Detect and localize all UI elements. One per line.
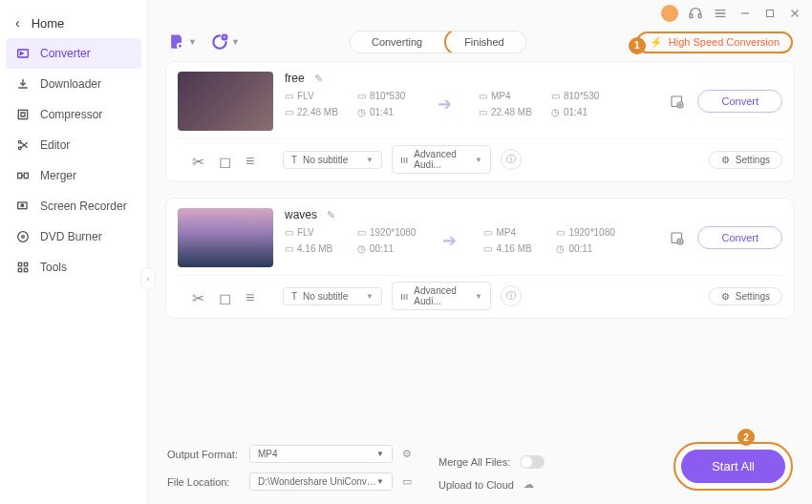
item-settings-button[interactable]: ⚙Settings [709,287,782,305]
sidebar-item-converter[interactable]: Converter [6,38,141,69]
sidebar-item-screen-recorder[interactable]: Screen Recorder [0,191,147,221]
svg-point-8 [18,232,29,242]
minimize-icon[interactable] [737,6,753,21]
convert-button[interactable]: Convert [697,90,782,113]
edit-title-icon[interactable]: ✎ [314,73,323,85]
video-thumbnail[interactable] [178,208,273,267]
sidebar-item-downloader[interactable]: Downloader [0,69,147,99]
back-icon: ‹ [15,15,20,31]
video-icon: ▭ [285,91,293,101]
subtitle-icon: T [291,291,297,302]
item-title: waves [285,208,317,221]
conversion-list: free ✎ ▭FLV ▭22.48 MB ▭810*530 ◷01:41 ➔ [148,61,812,432]
sidebar-item-label: Merger [40,169,76,182]
svg-point-23 [677,239,683,244]
grid-icon [15,260,31,275]
sidebar-item-dvd-burner[interactable]: DVD Burner [0,221,147,252]
svg-rect-16 [767,10,774,17]
subtitle-select[interactable]: TNo subtitle▼ [283,287,382,305]
svg-rect-4 [18,173,22,178]
effects-icon[interactable]: ≡ [246,289,259,303]
trim-icon[interactable]: ✂ [192,289,205,303]
status-tabs: Converting Finished 3 [350,31,526,53]
info-icon[interactable]: ⓘ [501,149,522,170]
sidebar-item-merger[interactable]: Merger [0,160,147,191]
bolt-icon: ⚡ [650,36,663,49]
conversion-item: waves ✎ ▭FLV ▭4.16 MB ▭1920*1080 ◷00:11 … [165,198,795,319]
download-icon [15,76,31,92]
item-title: free [285,72,305,85]
dst-size: 22.48 MB [491,107,532,117]
sidebar-item-tools[interactable]: Tools [0,252,147,283]
clock-icon: ◷ [551,107,560,117]
close-icon[interactable] [787,6,802,21]
output-format-select[interactable]: MP4▼ [249,445,393,463]
src-format: FLV [297,227,314,238]
svg-rect-10 [18,262,21,265]
toolbar: ▼ ▼ Converting Finished 3 ⚡ High Speed C… [148,27,812,61]
svg-point-7 [21,204,24,207]
subtitle-select[interactable]: TNo subtitle▼ [283,151,382,169]
sidebar-item-editor[interactable]: Editor [0,130,147,160]
src-duration: 00:11 [370,243,394,254]
sidebar-item-label: Editor [40,138,70,152]
dst-size: 4.16 MB [496,243,531,254]
tab-finished[interactable]: Finished 3 [443,32,525,52]
merge-icon [15,168,31,183]
converter-icon [15,46,31,61]
resolution-icon: ▭ [357,227,366,238]
scissors-icon [15,137,31,153]
start-all-button[interactable]: Start All [681,450,785,483]
audio-select[interactable]: ıııAdvanced Audi...▼ [392,282,491,310]
window-titlebar [148,0,812,27]
chevron-down-icon: ▼ [475,292,482,301]
convert-button[interactable]: Convert [697,226,782,249]
folder-icon: ▭ [285,107,293,117]
item-settings-button[interactable]: ⚙Settings [709,151,782,169]
menu-icon[interactable] [713,6,728,21]
svg-rect-1 [18,110,27,118]
output-settings-icon[interactable] [669,230,686,251]
maximize-icon[interactable] [762,6,778,21]
svg-point-20 [677,102,683,108]
add-file-button[interactable]: ▼ [167,32,197,52]
dst-duration: 01:41 [564,107,588,117]
audio-select[interactable]: ıııAdvanced Audi...▼ [392,145,491,174]
sidebar-item-compressor[interactable]: Compressor [0,99,147,130]
cloud-icon[interactable]: ☁ [524,478,534,491]
open-folder-icon[interactable]: ▭ [402,475,412,488]
effects-icon[interactable]: ≡ [246,153,259,166]
headset-icon[interactable] [688,6,703,21]
gear-icon: ⚙ [721,291,730,302]
footer-bar: Output Format: MP4▼ ⚙ File Location: D:\… [148,432,812,504]
output-settings-icon[interactable] [669,94,686,115]
file-location-select[interactable]: D:\Wondershare UniConverter 1▼ [249,472,393,491]
edit-title-icon[interactable]: ✎ [327,209,335,221]
add-url-button[interactable]: ▼ [210,32,240,52]
merge-toggle[interactable] [520,455,545,469]
upload-cloud-label: Upload to Cloud [438,479,514,491]
crop-icon[interactable]: ◻ [219,153,232,166]
subtitle-icon: T [291,155,297,165]
trim-icon[interactable]: ✂ [192,153,205,166]
src-size: 4.16 MB [297,243,332,254]
home-label: Home [32,16,65,31]
dst-format: MP4 [491,91,511,101]
record-icon [15,199,31,214]
avatar[interactable] [661,5,678,22]
home-nav[interactable]: ‹ Home [0,8,147,38]
tab-converting[interactable]: Converting [351,32,443,52]
arrow-icon: ➔ [435,230,464,251]
video-icon: ▭ [285,227,293,238]
video-thumbnail[interactable] [178,72,273,131]
video-icon: ▭ [479,91,487,101]
disc-icon [15,229,31,244]
sidebar: ‹ Home Converter Downloader Compressor E… [0,0,148,504]
crop-icon[interactable]: ◻ [219,289,232,303]
high-speed-toggle[interactable]: ⚡ High Speed Conversion 1 [636,32,793,53]
output-format-label: Output Format: [167,449,240,460]
info-icon[interactable]: ⓘ [501,285,522,306]
sidebar-collapse-handle[interactable]: ‹ [140,267,156,290]
svg-rect-13 [24,268,27,271]
format-settings-icon[interactable]: ⚙ [402,448,412,460]
